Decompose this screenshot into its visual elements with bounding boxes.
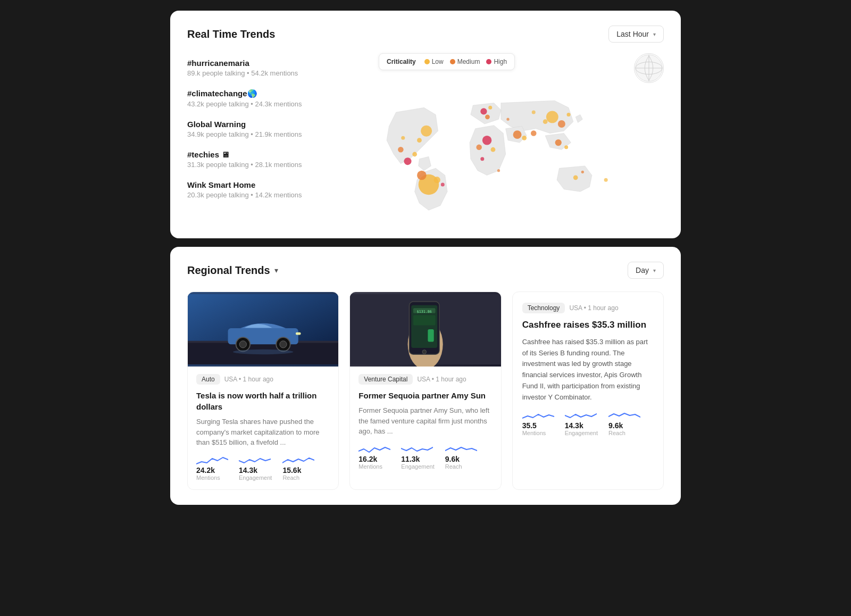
day-range-label: Day [636,266,649,274]
cashfree-engagement-value: 14.3k [565,421,583,430]
bubble [491,147,496,152]
tesla-car-illustration [188,292,338,367]
news-card-cashfree: Technology USA • 1 hour ago Cashfree rai… [512,292,664,490]
bubble [546,111,558,123]
mentions-sparkline [196,454,228,466]
bubble [506,118,509,121]
amysun-mentions-label: Mentions [358,463,382,470]
bubble [417,171,427,180]
chevron-down-icon: ▾ [653,31,656,37]
tesla-image [188,292,338,367]
criticality-legend: Criticality Low Medium High [379,53,515,70]
tesla-reach-value: 15.6k [282,466,301,475]
day-range-dropdown[interactable]: Day ▾ [628,262,664,279]
real-time-trends-header: Real Time Trends Last Hour ▾ [187,26,664,43]
vc-tag: Venture Capital [358,374,413,385]
time-range-dropdown[interactable]: Last Hour ▾ [608,26,664,43]
trend-meta: 31.3k people talking • 28.1k mentions [187,161,368,169]
phone-illustration: $131.86 [350,292,500,367]
tesla-meta: USA • 1 hour ago [224,376,273,383]
bubble [412,152,417,157]
bubble [441,182,445,186]
amysun-tags: Venture Capital USA • 1 hour ago [358,374,492,385]
legend-low: Low [424,58,444,65]
svg-point-23 [422,350,427,354]
engagement-sparkline [401,443,433,455]
amysun-reach-label: Reach [445,463,462,470]
bubble [555,139,562,146]
svg-rect-13 [296,332,301,335]
svg-point-10 [239,341,246,348]
bubble [476,145,482,151]
amysun-engagement-value: 11.3k [401,455,420,463]
bubble [558,120,565,128]
cashfree-mentions-value: 35.5 [522,421,537,430]
amysun-reach-stat: 9.6k Reach [445,443,477,470]
tesla-excerpt: Surging Tesla shares have pushed the com… [196,417,330,448]
globe-icon [634,53,664,83]
tesla-mentions-label: Mentions [196,475,220,481]
medium-dot [450,59,455,64]
news-card-amysun: $131.86 Venture Capital USA • 1 hour ago… [349,292,501,490]
bubble [531,130,537,136]
bubble [398,147,404,153]
bubble [532,111,536,114]
trend-item: Wink Smart Home 20.3k people talking • 1… [187,180,368,199]
amysun-engagement-label: Engagement [401,463,434,470]
bubble [497,169,500,172]
bubble [573,175,578,180]
news-grid: Auto USA • 1 hour ago Tesla is now worth… [187,292,664,490]
reach-sparkline [282,454,314,466]
bubble [404,157,412,165]
reach-sparkline [608,410,640,421]
amysun-card-body: Venture Capital USA • 1 hour ago Former … [350,367,500,478]
svg-text:$131.86: $131.86 [417,310,432,314]
world-map-area: Criticality Low Medium High [368,53,664,223]
trend-name: Wink Smart Home [187,180,368,189]
cashfree-engagement-stat: 14.3k Engagement [565,410,598,436]
auto-tag: Auto [196,374,220,385]
cashfree-tags: Technology USA • 1 hour ago [522,303,654,313]
trend-name: #techies 🖥 [187,150,368,159]
legend-medium-label: Medium [457,58,480,65]
regional-dropdown-icon[interactable]: ▾ [274,266,278,274]
bubble [480,108,487,114]
cashfree-reach-label: Reach [608,430,625,436]
bubble [581,171,584,173]
cashfree-card-body: Technology USA • 1 hour ago Cashfree rai… [513,292,663,447]
trend-item: Global Warning 34.9k people talking • 21… [187,120,368,138]
cashfree-full-text: Cashfree has raised $35.3 million as par… [522,337,654,403]
mentions-sparkline [358,443,390,455]
legend-medium: Medium [450,58,480,65]
amysun-meta: USA • 1 hour ago [417,376,466,383]
globe-svg [635,53,663,83]
tesla-reach-stat: 15.6k Reach [282,454,314,481]
bubble [482,136,492,145]
bubble [421,126,432,137]
trend-meta: 20.3k people talking • 14.2k mentions [187,191,368,199]
trend-item: #hurricanemaria 89.k people talking • 54… [187,59,368,77]
cashfree-mentions-label: Mentions [522,430,546,436]
amysun-excerpt: Former Sequoia partner Amy Sun, who left… [358,405,492,437]
trend-meta: 34.9k people talking • 21.9k mentions [187,130,368,138]
bubble [417,138,422,143]
bubble [522,136,527,140]
amysun-stats: 16.2k Mentions 11.3k Engagement [358,443,492,470]
tech-tag: Technology [522,303,565,313]
tesla-engagement-label: Engagement [239,475,272,481]
legend-title: Criticality [387,58,416,65]
tesla-card-body: Auto USA • 1 hour ago Tesla is now worth… [188,367,338,489]
tesla-engagement-stat: 14.3k Engagement [239,454,272,481]
bubble [480,157,484,161]
tesla-mentions-value: 24.2k [196,466,215,475]
amysun-engagement-stat: 11.3k Engagement [401,443,434,470]
regional-title-group: Regional Trends ▾ [187,264,278,277]
legend-high: High [486,58,507,65]
svg-point-14 [233,349,293,354]
legend-high-label: High [494,58,507,65]
trend-name: #climatechange🌎 [187,89,368,98]
amysun-image: $131.86 [350,292,500,367]
regional-trends-title: Regional Trends [187,264,270,277]
bubble [488,106,492,110]
regional-trends-card: Regional Trends ▾ Day ▾ [170,247,681,505]
